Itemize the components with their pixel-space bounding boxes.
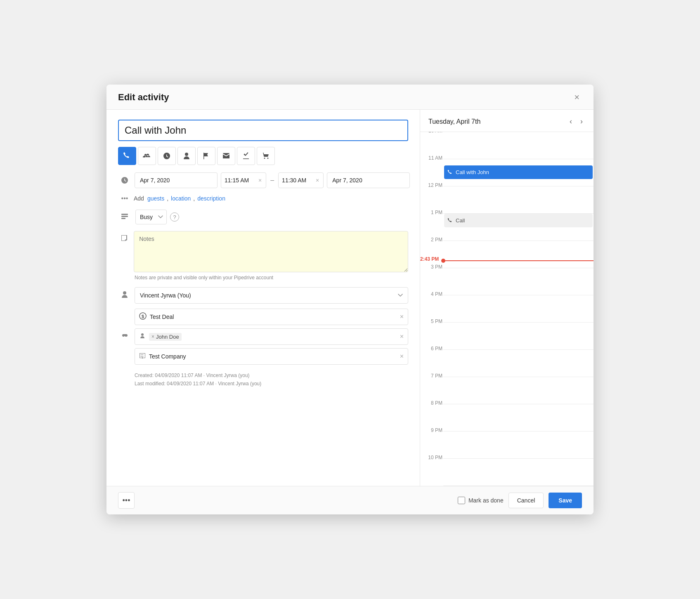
mark-done-label[interactable]: Mark as done <box>458 497 504 504</box>
deal-field: $ Test Deal × <box>135 309 408 325</box>
contact-tag: × John Doe <box>149 333 182 341</box>
dots-icon: ••• <box>118 195 131 202</box>
modal-footer: ••• Mark as done Cancel Save <box>106 486 594 514</box>
status-row: Busy Free ? <box>118 210 408 224</box>
status-icon <box>118 212 131 222</box>
cancel-button[interactable]: Cancel <box>508 493 544 508</box>
current-time-label: 2:43 PM <box>420 256 439 262</box>
start-time-wrap: × <box>221 172 266 188</box>
time-slot-11am: 11 AM Call with John <box>443 159 594 186</box>
mark-done-text: Mark as done <box>468 497 504 504</box>
time-label-2pm: 2 PM <box>421 237 442 243</box>
start-date-input[interactable] <box>135 172 218 188</box>
type-deadline-button[interactable] <box>158 147 176 165</box>
start-time-input[interactable] <box>225 177 258 184</box>
type-meeting-button[interactable] <box>138 147 156 165</box>
add-label: Add <box>134 195 144 202</box>
time-slot-6pm: 6 PM <box>443 350 594 377</box>
company-field: Test Company × <box>135 348 408 365</box>
time-label-5pm: 5 PM <box>421 318 442 324</box>
datetime-row: × – × <box>118 172 408 188</box>
linked-fields: $ Test Deal × × John Doe <box>135 309 408 365</box>
time-label-9pm: 9 PM <box>421 427 442 433</box>
deal-icon: $ <box>139 312 147 321</box>
location-link[interactable]: location <box>171 195 191 202</box>
type-flag-button[interactable] <box>197 147 215 165</box>
time-label-10am: 10 AM <box>421 132 442 134</box>
event-call-with-john-label: Call with John <box>456 169 489 175</box>
start-time-clear-icon[interactable]: × <box>258 177 262 184</box>
edit-activity-modal: Edit activity × <box>106 85 594 514</box>
guests-link[interactable]: guests <box>147 195 164 202</box>
company-icon <box>139 352 146 361</box>
time-slot-8pm: 8 PM <box>443 404 594 432</box>
cal-next-button[interactable]: › <box>578 116 585 127</box>
time-slot-5pm: 5 PM <box>443 323 594 350</box>
event-call-with-john[interactable]: Call with John <box>444 165 593 179</box>
modified-label: Last modified: 04/09/2020 11:07 AM · Vin… <box>135 380 408 388</box>
time-slot-1pm: 1 PM Call <box>443 214 594 241</box>
time-label-12pm: 12 PM <box>421 182 442 188</box>
current-time-indicator: 2:43 PM <box>443 260 594 261</box>
mark-done-checkbox[interactable] <box>458 497 465 504</box>
time-label-6pm: 6 PM <box>421 346 442 351</box>
type-phone-button[interactable] <box>118 147 136 165</box>
contact-remove-button[interactable]: × <box>400 333 404 340</box>
time-slot-7pm: 7 PM <box>443 377 594 404</box>
save-button[interactable]: Save <box>549 493 582 508</box>
created-label: Created: 04/09/2020 11:07 AM · Vincent J… <box>135 371 408 380</box>
type-contacts-button[interactable] <box>177 147 196 165</box>
calendar-body[interactable]: 10 AM 11 AM Call with John 12 PM 1 PM <box>420 132 594 486</box>
time-slot-4pm: 4 PM <box>443 295 594 323</box>
calendar-date-title: Tuesday, April 7th <box>428 118 480 125</box>
notes-textarea[interactable] <box>134 231 408 272</box>
linked-row: $ Test Deal × × John Doe <box>118 309 408 365</box>
left-panel: × – × ••• Add guests , location , descri… <box>106 110 420 486</box>
time-label-11am: 11 AM <box>421 155 442 161</box>
type-icons-row <box>118 147 408 165</box>
assignee-select[interactable]: Vincent Jyrwa (You) <box>135 287 408 304</box>
end-date-input[interactable] <box>327 172 410 188</box>
footer-left: ••• <box>118 492 135 509</box>
end-time-input[interactable] <box>282 177 315 184</box>
activity-title-input[interactable] <box>118 120 408 141</box>
time-slot-10pm: 10 PM <box>443 459 594 486</box>
svg-rect-0 <box>121 214 128 215</box>
cal-prev-button[interactable]: ‹ <box>567 116 575 127</box>
svg-rect-2 <box>121 218 125 219</box>
link-icon <box>118 332 131 342</box>
add-guests-row: ••• Add guests , location , description <box>118 195 408 202</box>
company-remove-button[interactable]: × <box>400 353 404 360</box>
time-label-4pm: 4 PM <box>421 291 442 297</box>
contact-tag-remove[interactable]: × <box>151 334 154 340</box>
time-label-10pm: 10 PM <box>421 455 442 460</box>
time-label-1pm: 1 PM <box>421 210 442 215</box>
close-button[interactable]: × <box>572 92 582 103</box>
modal-title: Edit activity <box>118 92 169 103</box>
description-link[interactable]: description <box>197 195 225 202</box>
time-slot-2pm: 2 PM 2:43 PM <box>443 241 594 268</box>
time-label-8pm: 8 PM <box>421 400 442 406</box>
time-label-3pm: 3 PM <box>421 264 442 270</box>
modal-header: Edit activity × <box>106 85 594 110</box>
svg-text:$: $ <box>142 314 144 319</box>
status-select-wrap: Busy Free ? <box>135 210 179 224</box>
contact-field: × John Doe × <box>135 328 408 345</box>
deal-remove-button[interactable]: × <box>400 313 404 321</box>
deal-name: Test Deal <box>150 314 397 320</box>
type-task-button[interactable] <box>237 147 255 165</box>
contact-icon <box>139 333 146 341</box>
end-time-clear-icon[interactable]: × <box>315 177 320 184</box>
right-panel: Tuesday, April 7th ‹ › 10 AM 11 AM Call … <box>420 110 594 486</box>
meta-info: Created: 04/09/2020 11:07 AM · Vincent J… <box>135 371 408 388</box>
time-slot-3pm: 3 PM <box>443 268 594 295</box>
time-slot-9pm: 9 PM <box>443 432 594 459</box>
more-options-button[interactable]: ••• <box>118 492 135 509</box>
type-email-button[interactable] <box>217 147 235 165</box>
status-select[interactable]: Busy Free <box>135 210 167 224</box>
type-cart-button[interactable] <box>257 147 275 165</box>
help-icon[interactable]: ? <box>170 212 179 222</box>
event-call-label: Call <box>456 217 465 224</box>
event-call[interactable]: Call <box>444 214 593 227</box>
footer-right: Mark as done Cancel Save <box>458 493 582 508</box>
